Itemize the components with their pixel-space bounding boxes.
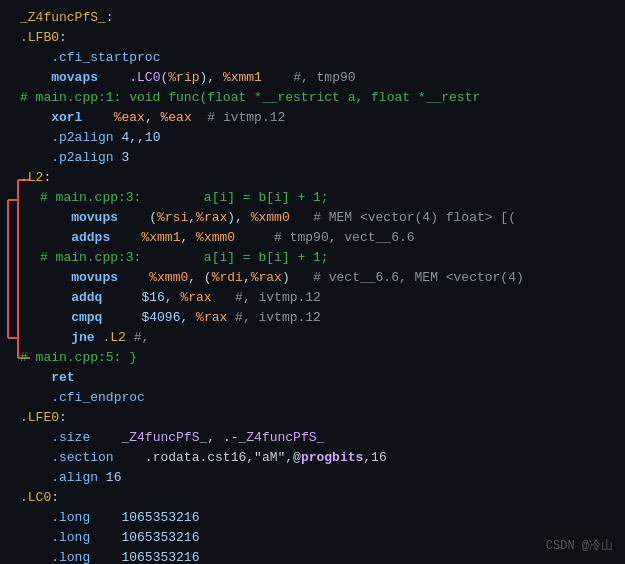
code-line: cmpq $4096, %rax #, ivtmp.12: [16, 308, 625, 328]
code-line: # main.cpp:3: a[i] = b[i] + 1;: [16, 188, 625, 208]
code-line: jne .L2 #,: [16, 328, 625, 348]
assembly-code: _Z4funcPfS_: .LFB0: .cfi_startproc movap…: [0, 8, 625, 564]
code-line: .LFB0:: [16, 28, 625, 48]
code-line: .LFE0:: [16, 408, 625, 428]
code-line: .p2align 3: [16, 148, 625, 168]
code-line: # main.cpp:3: a[i] = b[i] + 1;: [16, 248, 625, 268]
code-line: _Z4funcPfS_:: [16, 8, 625, 28]
code-line: .long 1065353216: [16, 548, 625, 564]
code-line: xorl %eax, %eax # ivtmp.12: [16, 108, 625, 128]
code-line: # main.cpp:1: void func(float *__restric…: [16, 88, 625, 108]
code-line: ret: [16, 368, 625, 388]
code-line: addq $16, %rax #, ivtmp.12: [16, 288, 625, 308]
code-line: .long 1065353216: [16, 528, 625, 548]
code-line: .section .rodata.cst16,"aM",@progbits,16: [16, 448, 625, 468]
code-line: movups (%rsi,%rax), %xmm0 # MEM <vector(…: [16, 208, 625, 228]
code-line: .p2align 4,,10: [16, 128, 625, 148]
code-line: movups %xmm0, (%rdi,%rax) # vect__6.6, M…: [16, 268, 625, 288]
code-line: .cfi_endproc: [16, 388, 625, 408]
code-line: .cfi_startproc: [16, 48, 625, 68]
code-line: .LC0:: [16, 488, 625, 508]
code-line: .long 1065353216: [16, 508, 625, 528]
code-line: movaps .LC0(%rip), %xmm1 #, tmp90: [16, 68, 625, 88]
watermark: CSDN @冷山: [546, 537, 613, 554]
code-viewer: _Z4funcPfS_: .LFB0: .cfi_startproc movap…: [0, 0, 625, 564]
code-line: .L2:: [16, 168, 625, 188]
code-line: addps %xmm1, %xmm0 # tmp90, vect__6.6: [16, 228, 625, 248]
code-line: .align 16: [16, 468, 625, 488]
code-line: # main.cpp:5: }: [16, 348, 625, 368]
code-line: .size _Z4funcPfS_, .-_Z4funcPfS_: [16, 428, 625, 448]
